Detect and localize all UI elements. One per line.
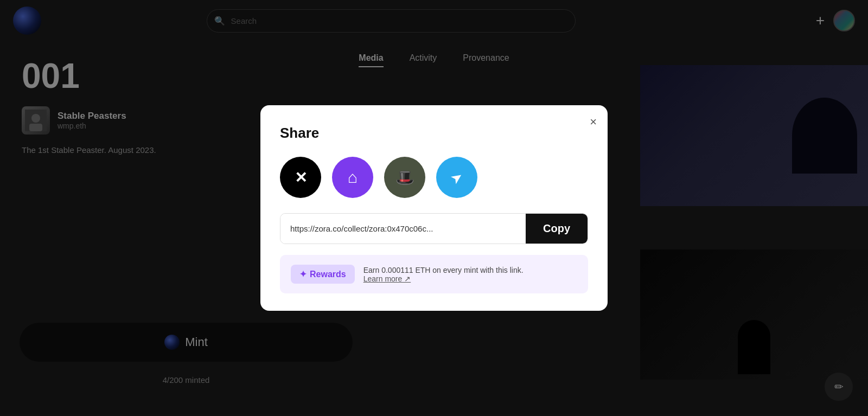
- modal-title: Share: [280, 125, 588, 142]
- hat-icon: 🎩: [395, 169, 414, 187]
- share-url-input[interactable]: [280, 214, 526, 244]
- learn-more-link[interactable]: Learn more ↗: [363, 274, 411, 283]
- telegram-icon: ➤: [447, 167, 467, 188]
- share-nounspace-button[interactable]: ⌂: [332, 157, 373, 198]
- url-copy-row: Copy: [280, 213, 588, 244]
- rewards-row: ✦ Rewards Earn 0.000111 ETH on every min…: [280, 255, 588, 293]
- rewards-text: Earn 0.000111 ETH on every mint with thi…: [363, 266, 524, 283]
- share-hat-button[interactable]: 🎩: [384, 157, 425, 198]
- rewards-star-icon: ✦: [299, 269, 307, 279]
- rewards-badge[interactable]: ✦ Rewards: [291, 265, 355, 284]
- copy-button[interactable]: Copy: [526, 214, 588, 244]
- share-telegram-button[interactable]: ➤: [436, 157, 477, 198]
- share-modal: Share × ✕ ⌂ 🎩 ➤ Copy ✦ Rewa: [260, 105, 608, 311]
- nounspace-icon: ⌂: [348, 168, 358, 187]
- x-icon: ✕: [295, 169, 307, 187]
- rewards-label: Rewards: [310, 270, 346, 279]
- modal-overlay[interactable]: Share × ✕ ⌂ 🎩 ➤ Copy ✦ Rewa: [0, 0, 868, 416]
- share-x-button[interactable]: ✕: [280, 157, 321, 198]
- rewards-description: Earn 0.000111 ETH on every mint with thi…: [363, 266, 524, 274]
- close-button[interactable]: ×: [590, 116, 597, 128]
- social-icons-row: ✕ ⌂ 🎩 ➤: [280, 157, 588, 198]
